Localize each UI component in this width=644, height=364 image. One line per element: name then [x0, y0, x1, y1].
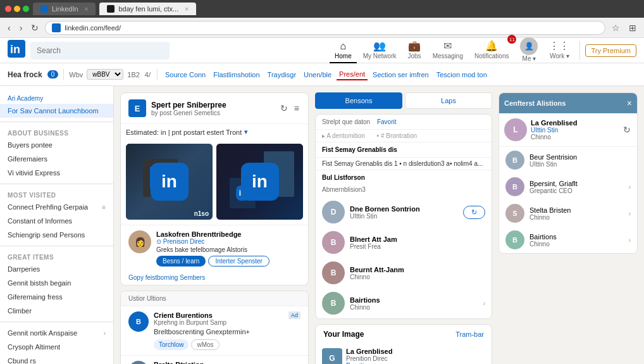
home-icon: ⌂ — [340, 41, 347, 52]
tab-label-1: LinkedIn — [52, 5, 78, 13]
sidebar-item-express[interactable]: Vi vitivid Express — [0, 166, 113, 180]
sidebar-item-crysoph[interactable]: Crysoph Altiment — [0, 340, 113, 354]
media-linkedin-logo-1: in — [151, 163, 189, 201]
bookmark-button[interactable]: ☆ — [609, 22, 622, 34]
follow-btn[interactable]: Besns / learn — [156, 256, 206, 267]
sidebar-divider-1 — [0, 122, 113, 122]
minimize-window-btn[interactable] — [14, 6, 20, 12]
toolbar-link-source[interactable]: Source Conn — [163, 70, 208, 80]
main-layout: Ari Academy For Sav Cannot Launchboom Ab… — [0, 86, 644, 364]
nav-item-me[interactable]: 👤 Me ▾ — [515, 35, 543, 66]
refresh-card-btn[interactable]: ↻ — [279, 102, 289, 115]
menu-card-btn[interactable]: ≡ — [293, 102, 300, 115]
nav-divider — [579, 41, 580, 60]
sidebar-item-climber[interactable]: Climber — [0, 304, 113, 318]
premium-button[interactable]: Try Premium — [585, 44, 636, 57]
profile-mini-desc: Greks bake tefelbomage Alstoris — [156, 246, 269, 253]
nav-item-work[interactable]: ⋮⋮ Work ▾ — [544, 37, 574, 63]
connect-btn-1[interactable]: ↻ — [463, 206, 485, 219]
post-name-1: Crient Burentions — [154, 311, 283, 319]
sidebar-item-gennit[interactable]: Gennit bistsh begain — [0, 276, 113, 290]
post-action-btn-1[interactable]: Torchlow — [154, 339, 189, 350]
far-right-refresh-btn[interactable]: ↻ — [622, 123, 632, 136]
extensions-button[interactable]: ⊞ — [626, 22, 639, 34]
nav-label-messaging: Messaging — [433, 53, 463, 60]
sidebar-item-gifer[interactable]: Giferemaing fress — [0, 290, 113, 304]
far-sugg-arrow-2: › — [629, 184, 631, 191]
profile-mini-name: Laskofren Bhrenttribedge — [156, 230, 269, 238]
sidebar-item-constant[interactable]: Constant of Informes — [0, 214, 113, 228]
sidebar-item-gennit2[interactable]: Gennit nortik Anspaise › — [0, 326, 113, 340]
far-sugg-arrow-3: › — [629, 210, 631, 217]
sidebar-item-companies[interactable]: Giferemaiers — [0, 152, 113, 166]
tab-close-2[interactable]: × — [185, 6, 189, 13]
forward-button[interactable]: › — [17, 22, 25, 34]
right-bul-title: Bul Listforson — [322, 174, 365, 181]
feed-card-1: Ustior Ultions B Crient Burentions Kpreh… — [120, 291, 309, 364]
media-thumb-1[interactable]: in in n1so — [126, 144, 213, 220]
refresh-button[interactable]: ↻ — [28, 22, 41, 34]
toolbar-link-tescion[interactable]: Tescion mod ton — [434, 70, 490, 80]
breadcrumb: Ari Academy — [0, 91, 113, 104]
close-window-btn[interactable] — [5, 6, 11, 12]
browser-tab-1[interactable]: LinkedIn × — [33, 3, 96, 15]
connect-profile-btn[interactable]: Interter Spenster — [208, 256, 269, 267]
toolbar-link-pres[interactable]: Pres/ent — [337, 69, 368, 80]
feed-section-label-1: Ustior Ultions — [121, 291, 308, 306]
linkedin-topbar: in ⌂ Home 👥 My Network 💼 Jobs ✉ Messagin… — [0, 38, 644, 63]
filter-dropdown-btn[interactable]: ▾ — [244, 128, 248, 136]
breadcrumb-link[interactable]: Ari Academy — [8, 95, 43, 102]
sidebar-section-great: Great items — [0, 250, 113, 262]
right-filter-bar: Strelpt que daton Favorit — [316, 115, 492, 130]
see-more-btn[interactable]: Gopy feistborning Sembers — [121, 272, 308, 285]
trending-see-all[interactable]: Tram-bar — [455, 330, 484, 338]
back-button[interactable]: ‹ — [5, 22, 13, 34]
sidebar-buyers-label: Buyers pontee — [8, 141, 106, 149]
far-sugg-meta-3: Chinno — [529, 214, 571, 221]
trending-title: Your Image — [323, 330, 364, 339]
nav-item-home[interactable]: ⌂ Home — [330, 38, 357, 63]
suggestion-avatar-1: D — [322, 201, 345, 223]
tab-favicon-1 — [40, 5, 48, 13]
toolbar-link-flast[interactable]: Flastlimshotion — [211, 70, 262, 80]
post-avatar-1: B — [128, 311, 149, 332]
search-input[interactable] — [30, 42, 170, 60]
far-sugg-meta-4: Chinno — [529, 241, 557, 248]
nav-item-messaging[interactable]: ✉ Messaging — [428, 37, 468, 63]
sidebar-item-darrp[interactable]: Darrperies — [0, 262, 113, 276]
messaging-icon: ✉ — [443, 40, 452, 52]
sidebar-item-top[interactable]: For Sav Cannot Launchboom — [0, 104, 113, 118]
toolbar-link-tray[interactable]: Traydisgr — [265, 70, 299, 80]
nav-item-jobs[interactable]: 💼 Jobs — [403, 37, 426, 63]
toolbar-separator-2 — [157, 69, 158, 80]
right-tab-secondary[interactable]: Laps — [405, 92, 492, 109]
sidebar-section-most: most visited — [0, 188, 113, 200]
right-filter-link[interactable]: Favorit — [377, 118, 397, 125]
sidebar-item-cbund[interactable]: Cbund rs — [0, 354, 113, 364]
suggestion-meta-2: Presit Frea — [350, 243, 397, 250]
sidebar-item-connect-preh[interactable]: Connect Prehfing Gerpaia ≡ — [0, 200, 113, 214]
nav-item-network[interactable]: 👥 My Network — [358, 37, 402, 63]
sidebar-item-schien[interactable]: Schiengrip send Persons — [0, 228, 113, 242]
post-actions-1: Torchlow wMos — [154, 339, 283, 350]
toolbar-link-section[interactable]: Section ser imfren — [370, 70, 431, 80]
filter-dropdown[interactable]: wBBV — [87, 69, 123, 80]
address-bar[interactable]: linkedin.com/feed/ — [45, 21, 605, 35]
profile-mini-avatar: 👩 — [128, 230, 151, 253]
media-thumb-2[interactable]: in in — [216, 144, 303, 220]
post-action-btn-2[interactable]: wMos — [191, 339, 219, 350]
svg-text:in: in — [10, 43, 20, 56]
right-filter-text-1: Strelpt que daton — [322, 118, 370, 125]
maximize-window-btn[interactable] — [23, 6, 29, 12]
sidebar-item-buyers[interactable]: Buyers pontee — [0, 138, 113, 152]
far-right-close-btn[interactable]: × — [627, 98, 632, 108]
browser-tab-2[interactable]: bday fen lumi, ctx... × — [99, 3, 196, 15]
toolbar-link-unen[interactable]: Unen/ble — [301, 70, 334, 80]
tab-close-1[interactable]: × — [85, 6, 89, 13]
sidebar-divider-4 — [0, 322, 113, 322]
far-sugg-name-2: Bpersint, Griaflt — [529, 180, 578, 187]
linkedin-nav: ⌂ Home 👥 My Network 💼 Jobs ✉ Messaging 🔔… — [330, 35, 636, 66]
right-tab-primary[interactable]: Bensons — [315, 92, 402, 109]
far-sugg-info-1: Beur Sentrision UIttin Stin — [529, 153, 577, 168]
sidebar-top-label: For Sav Cannot Launchboom — [8, 107, 106, 115]
